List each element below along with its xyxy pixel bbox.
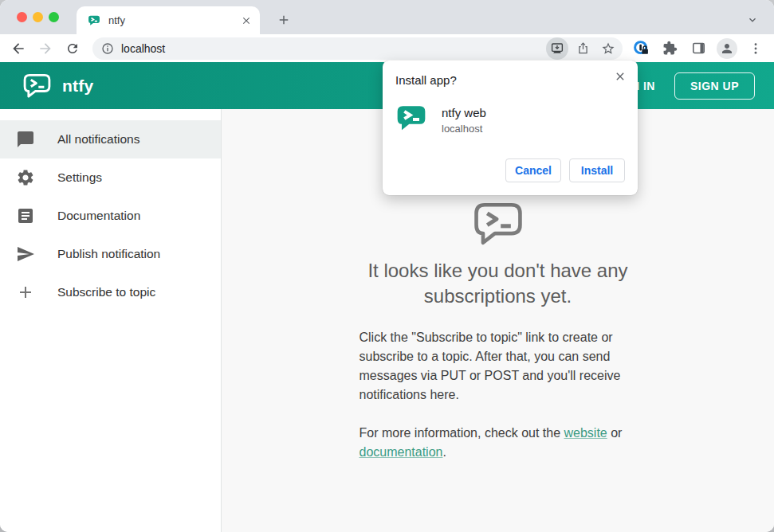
forward-arrow-icon [37, 41, 53, 57]
empty-state-paragraph: Click the "Subscribe to topic" link to c… [359, 328, 637, 405]
install-app-icon [550, 41, 564, 56]
star-icon [601, 41, 615, 56]
dialog-app-text: ntfy web localhost [442, 104, 486, 135]
side-panel-button[interactable] [688, 38, 709, 59]
browser-tab[interactable]: ntfy [77, 6, 260, 34]
send-icon [16, 244, 35, 264]
app-brand-title: ntfy [62, 76, 93, 96]
tab-title: ntfy [108, 14, 125, 26]
sidebar-item-label: Subscribe to topic [57, 285, 155, 299]
share-button[interactable] [572, 37, 594, 60]
dialog-close-button[interactable] [612, 68, 628, 84]
ntfy-app-icon [395, 104, 427, 133]
tab-search-button[interactable] [744, 11, 761, 29]
more-info-text: . [442, 445, 446, 459]
documentation-link[interactable]: documentation [359, 445, 443, 459]
tab-close-button[interactable] [239, 14, 253, 28]
plus-icon [277, 13, 291, 27]
sidebar-item-label: Documentation [57, 209, 140, 223]
reload-icon [65, 41, 80, 56]
dialog-title: Install app? [395, 73, 625, 87]
close-icon [241, 15, 252, 26]
sidebar: All notifications Settings Documentation… [0, 109, 222, 532]
address-bar[interactable]: localhost [92, 37, 623, 60]
url-text: localhost [121, 42, 165, 55]
puzzle-icon [662, 41, 678, 56]
ntfy-watermark-icon [473, 201, 524, 247]
install-app-button[interactable] [546, 37, 568, 60]
dialog-app-row: ntfy web localhost [395, 104, 625, 135]
bookmark-button[interactable] [597, 37, 619, 60]
plus-icon [16, 283, 35, 302]
extensions-button[interactable] [659, 38, 680, 59]
gear-icon [16, 168, 35, 187]
reload-button[interactable] [59, 37, 86, 61]
tab-strip: ntfy [0, 0, 774, 34]
forward-button[interactable] [32, 37, 59, 61]
profile-button[interactable] [717, 38, 737, 59]
browser-menu-button[interactable] [745, 38, 766, 59]
sidebar-item-all-notifications[interactable]: All notifications [0, 120, 221, 158]
more-info-text: For more information, check out the [359, 426, 564, 440]
sidebar-item-label: All notifications [57, 132, 139, 147]
sidebar-item-publish-notification[interactable]: Publish notification [0, 235, 221, 273]
ntfy-logo-icon [22, 73, 52, 99]
chevron-down-icon [746, 14, 759, 26]
ntfy-favicon-icon [88, 14, 100, 27]
privacy-extension-icon [633, 40, 650, 57]
window-controls [17, 12, 59, 22]
window-zoom-button[interactable] [49, 12, 59, 22]
window-close-button[interactable] [17, 12, 27, 22]
dialog-app-name: ntfy web [442, 106, 486, 119]
chat-icon [16, 130, 35, 149]
three-dot-menu-icon [748, 41, 763, 56]
browser-toolbar: localhost [0, 34, 774, 62]
empty-state-more-info: For more information, check out the webs… [359, 424, 637, 462]
install-app-dialog: Install app? ntfy web localhost Cancel I… [383, 61, 638, 195]
sidebar-item-settings[interactable]: Settings [0, 158, 221, 197]
sidebar-item-label: Publish notification [57, 247, 160, 261]
back-arrow-icon [10, 41, 26, 57]
close-icon [614, 70, 627, 83]
browser-actions [631, 38, 766, 59]
page-info-icon[interactable] [101, 42, 114, 55]
article-icon [16, 206, 35, 225]
window-minimize-button[interactable] [33, 12, 43, 22]
share-icon [576, 41, 590, 55]
website-link[interactable]: website [564, 426, 607, 440]
sidebar-item-subscribe-to-topic[interactable]: Subscribe to topic [0, 273, 221, 311]
side-panel-icon [691, 41, 706, 56]
omnibox-actions [546, 37, 619, 60]
privacy-extension-button[interactable] [631, 38, 651, 59]
sidebar-item-documentation[interactable]: Documentation [0, 197, 221, 235]
back-button[interactable] [5, 37, 32, 61]
sign-up-button[interactable]: SIGN UP [674, 72, 755, 100]
install-button[interactable]: Install [569, 158, 625, 182]
profile-avatar-icon [720, 41, 734, 56]
browser-window: ntfy localhost [0, 0, 774, 532]
dialog-app-origin: localhost [442, 123, 486, 135]
dialog-buttons: Cancel Install [395, 158, 625, 182]
cancel-button[interactable]: Cancel [505, 158, 561, 182]
sidebar-item-label: Settings [57, 170, 102, 185]
empty-state-heading: It looks like you don't have anysubscrip… [359, 258, 637, 309]
new-tab-button[interactable] [274, 10, 293, 29]
more-info-text: or [607, 426, 623, 440]
